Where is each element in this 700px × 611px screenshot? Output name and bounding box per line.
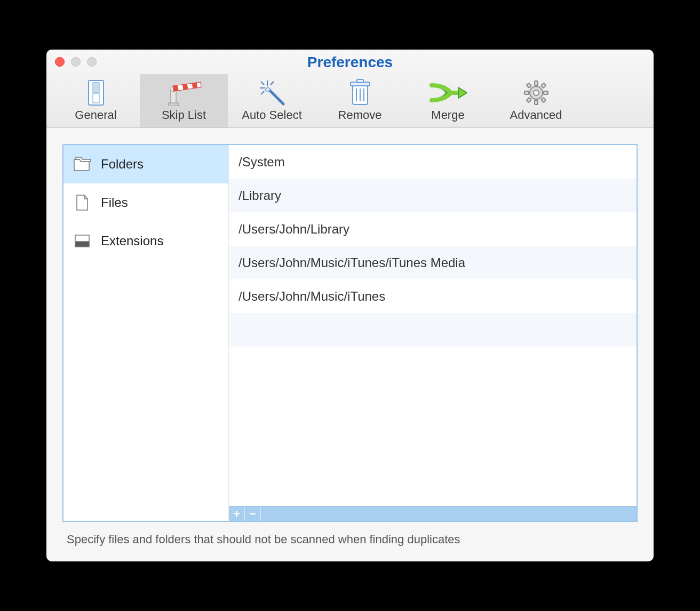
skip-list-pane: /System /Library /Users/John/Library /Us… (229, 145, 637, 521)
tab-label: General (75, 108, 116, 122)
remove-button[interactable]: − (245, 507, 261, 521)
svg-line-12 (261, 82, 264, 85)
svg-line-15 (268, 89, 283, 104)
skip-list-panel: Folders Files (62, 144, 638, 522)
tab-merge[interactable]: Merge (404, 74, 492, 127)
svg-rect-4 (169, 103, 178, 106)
titlebar: Preferences General (46, 50, 654, 128)
hint-text: Specify files and folders that should no… (62, 522, 638, 551)
folder-icon (73, 156, 91, 172)
tab-advanced[interactable]: Advanced (492, 74, 580, 127)
svg-rect-28 (524, 91, 529, 94)
tab-label: Merge (431, 108, 464, 122)
svg-rect-27 (535, 100, 538, 104)
svg-rect-31 (541, 83, 546, 88)
skip-list: /System /Library /Users/John/Library /Us… (229, 145, 637, 506)
category-sidebar: Folders Files (63, 145, 229, 521)
tab-general[interactable]: General (52, 74, 140, 127)
list-item[interactable]: /Users/John/Music/iTunes (229, 279, 637, 313)
svg-rect-33 (541, 98, 546, 102)
svg-rect-26 (535, 81, 538, 85)
svg-rect-2 (93, 93, 99, 103)
tab-remove[interactable]: Remove (316, 74, 404, 127)
preferences-window: Preferences General (46, 50, 654, 561)
svg-marker-23 (458, 87, 467, 98)
sidebar-item-extensions[interactable]: Extensions (63, 222, 228, 260)
svg-point-25 (534, 90, 539, 95)
file-icon (73, 195, 91, 211)
sidebar-item-folders[interactable]: Folders (63, 145, 228, 183)
svg-line-13 (271, 82, 274, 85)
sidebar-item-label: Folders (101, 157, 144, 172)
content-area: Folders Files (46, 128, 654, 561)
svg-rect-35 (75, 242, 89, 247)
svg-rect-8 (182, 84, 187, 90)
wand-icon (257, 77, 288, 108)
tab-auto-select[interactable]: Auto Select (228, 74, 316, 127)
extensions-icon (73, 233, 91, 249)
svg-line-14 (261, 91, 264, 94)
list-footer: + − (229, 506, 637, 521)
preferences-toolbar: General Skip (46, 74, 654, 127)
barrier-icon (165, 77, 203, 108)
list-item-empty (229, 313, 637, 347)
add-button[interactable]: + (229, 507, 245, 521)
tab-label: Auto Select (242, 108, 302, 122)
svg-rect-1 (93, 83, 99, 92)
list-item[interactable]: /System (229, 145, 637, 179)
list-item[interactable]: /Users/John/Music/iTunes/iTunes Media (229, 246, 637, 279)
window-title: Preferences (46, 54, 654, 71)
svg-rect-30 (526, 83, 531, 88)
gear-icon (523, 77, 550, 108)
sidebar-item-label: Extensions (101, 234, 163, 248)
svg-rect-9 (192, 83, 197, 89)
merge-arrows-icon (429, 77, 467, 108)
tab-label: Skip List (162, 108, 206, 122)
svg-rect-19 (357, 79, 363, 83)
list-item[interactable]: /Users/John/Library (229, 212, 637, 246)
sidebar-item-files[interactable]: Files (63, 183, 228, 222)
tab-skip-list[interactable]: Skip List (140, 74, 228, 127)
sidebar-item-label: Files (101, 195, 128, 210)
svg-rect-32 (526, 98, 531, 102)
list-item[interactable]: /Library (229, 179, 637, 212)
tab-label: Remove (338, 108, 382, 122)
switch-icon (84, 77, 108, 108)
tab-label: Advanced (510, 108, 562, 122)
svg-rect-29 (544, 91, 548, 94)
trash-icon (348, 77, 372, 108)
svg-rect-7 (173, 85, 178, 91)
